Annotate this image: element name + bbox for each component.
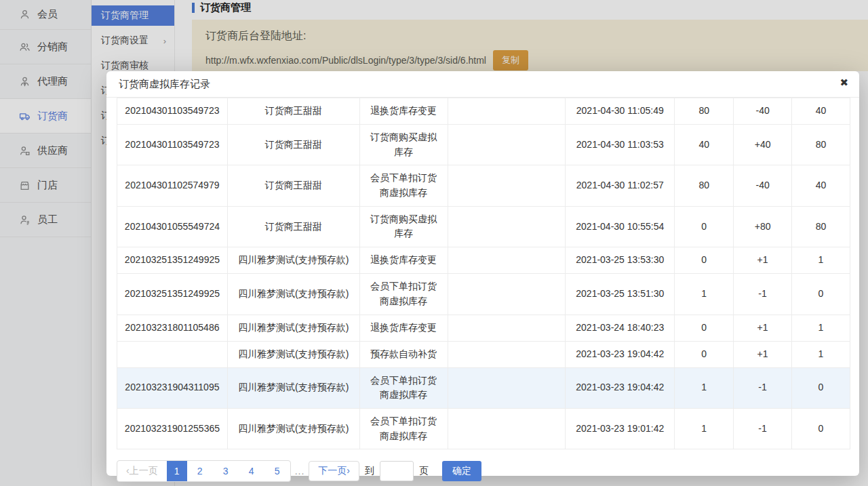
table-cell: +40: [734, 125, 792, 165]
table-cell: 0: [792, 409, 850, 449]
table-cell: [448, 274, 566, 315]
table-cell: 退换货库存变更: [360, 247, 448, 274]
page-button-group: ‹上一页12345: [117, 460, 291, 482]
table-cell: 预存款自动补货: [360, 342, 448, 368]
table-cell: -1: [734, 368, 792, 409]
page-number-5[interactable]: 5: [264, 461, 290, 481]
table-cell: 2021-03-25 13:51:30: [566, 274, 675, 315]
goto-label: 到: [365, 465, 374, 477]
page-number-1[interactable]: 1: [167, 461, 187, 481]
table-cell: 2021-04-30 11:05:49: [566, 98, 675, 125]
table-cell: [448, 207, 566, 247]
table-cell: 202103231904311095: [117, 368, 228, 409]
table-cell: 202104301102574979: [117, 165, 228, 206]
page-number-4[interactable]: 4: [239, 461, 264, 481]
table-cell: -40: [734, 165, 792, 206]
table-cell: [448, 247, 566, 274]
table-cell: 1: [675, 409, 734, 449]
prev-page-button[interactable]: ‹上一页: [117, 461, 167, 481]
table-cell: 退换货库存变更: [360, 98, 448, 125]
goto-page-input[interactable]: [380, 461, 414, 481]
modal-title: 订货商虚拟库存记录: [119, 78, 210, 91]
table-cell: 订货商王甜甜: [228, 165, 360, 206]
table-row: 202104301103549723订货商王甜甜订货商购买虚拟库存2021-04…: [117, 125, 850, 165]
table-cell: 80: [675, 165, 734, 206]
page-number-2[interactable]: 2: [187, 461, 213, 481]
table-cell: 2021-03-23 19:04:42: [566, 368, 675, 409]
table-cell: [448, 409, 566, 449]
table-cell: [448, 165, 566, 206]
table-cell: 2021-04-30 11:03:53: [566, 125, 675, 165]
table-cell: 80: [792, 207, 850, 247]
modal-body: 202104301103549723订货商王甜甜退换货库存变更2021-04-3…: [106, 98, 859, 482]
table-cell: 1: [792, 342, 850, 368]
table-cell: 订货商王甜甜: [228, 98, 360, 125]
modal-header: 订货商虚拟库存记录 ✖: [106, 71, 859, 98]
table-cell: 退换货库存变更: [360, 315, 448, 342]
table-cell: 四川雅梦测试(支持预存款): [228, 342, 360, 368]
table-cell: -40: [734, 98, 792, 125]
table-cell: 80: [792, 125, 850, 165]
table-cell: 四川雅梦测试(支持预存款): [228, 247, 360, 274]
stock-records-table: 202104301103549723订货商王甜甜退换货库存变更2021-04-3…: [117, 98, 850, 449]
table-cell: 订货商购买虚拟库存: [360, 125, 448, 165]
table-row: 四川雅梦测试(支持预存款)预存款自动补货2021-03-23 19:04:420…: [117, 342, 850, 368]
table-row: 202103251351249925四川雅梦测试(支持预存款)退换货库存变更20…: [117, 247, 850, 274]
next-page-button[interactable]: 下一页›: [309, 461, 359, 481]
table-cell: [448, 125, 566, 165]
page-unit-label: 页: [419, 465, 429, 477]
table-cell: 四川雅梦测试(支持预存款): [228, 368, 360, 409]
table-cell: +1: [734, 315, 792, 342]
table-cell: 会员下单扣订货商虚拟库存: [360, 274, 448, 315]
table-cell: 订货商王甜甜: [228, 207, 360, 247]
table-cell: 四川雅梦测试(支持预存款): [228, 409, 360, 449]
table-cell: 202104301103549723: [117, 125, 228, 165]
table-cell: +80: [734, 207, 792, 247]
table-cell: 会员下单扣订货商虚拟库存: [360, 165, 448, 206]
table-cell: 202104301055549724: [117, 207, 228, 247]
table-cell: -1: [734, 409, 792, 449]
table-row: 202104301103549723订货商王甜甜退换货库存变更2021-04-3…: [117, 98, 850, 125]
table-row: 202103231801105486四川雅梦测试(支持预存款)退换货库存变更20…: [117, 315, 850, 342]
table-row: 202104301102574979订货商王甜甜会员下单扣订货商虚拟库存2021…: [117, 165, 850, 206]
page-ellipsis: ...: [295, 466, 305, 477]
table-cell: 202103251351249925: [117, 274, 228, 315]
table-row: 202103231901255365四川雅梦测试(支持预存款)会员下单扣订货商虚…: [117, 409, 850, 449]
table-cell: 1: [792, 315, 850, 342]
table-cell: 四川雅梦测试(支持预存款): [228, 274, 360, 315]
table-row: 202103251351249925四川雅梦测试(支持预存款)会员下单扣订货商虚…: [117, 274, 850, 315]
table-cell: 202103231901255365: [117, 409, 228, 449]
table-cell: 40: [675, 125, 734, 165]
table-cell: 2021-04-30 10:55:54: [566, 207, 675, 247]
page-number-3[interactable]: 3: [213, 461, 239, 481]
table-cell: 会员下单扣订货商虚拟库存: [360, 368, 448, 409]
table-cell: 0: [675, 247, 734, 274]
table-cell: [448, 342, 566, 368]
table-cell: 0: [675, 342, 734, 368]
table-cell: 2021-03-23 19:01:42: [566, 409, 675, 449]
table-cell: 2021-04-30 11:02:57: [566, 165, 675, 206]
table-row: 202104301055549724订货商王甜甜订货商购买虚拟库存2021-04…: [117, 207, 850, 247]
table-cell: 四川雅梦测试(支持预存款): [228, 315, 360, 342]
table-cell: 80: [675, 98, 734, 125]
table-cell: +1: [734, 342, 792, 368]
close-icon[interactable]: ✖: [840, 77, 848, 87]
table-cell: 2021-03-23 19:04:42: [566, 342, 675, 368]
table-cell: 1: [675, 274, 734, 315]
table-cell: 0: [675, 315, 734, 342]
table-cell: 会员下单扣订货商虚拟库存: [360, 409, 448, 449]
virtual-stock-modal: 订货商虚拟库存记录 ✖ 202104301103549723订货商王甜甜退换货库…: [106, 71, 859, 476]
table-cell: 40: [792, 165, 850, 206]
table-row: 202103231904311095四川雅梦测试(支持预存款)会员下单扣订货商虚…: [117, 368, 850, 409]
table-cell: [448, 98, 566, 125]
table-cell: 40: [792, 98, 850, 125]
table-cell: 202103231801105486: [117, 315, 228, 342]
table-cell: [448, 368, 566, 409]
table-cell: 202103251351249925: [117, 247, 228, 274]
table-cell: 1: [675, 368, 734, 409]
confirm-button[interactable]: 确定: [442, 461, 481, 481]
pagination: ‹上一页12345...下一页›到页确定: [117, 460, 849, 482]
table-cell: 2021-03-25 13:53:30: [566, 247, 675, 274]
table-cell: 1: [792, 247, 850, 274]
table-cell: [117, 342, 228, 368]
